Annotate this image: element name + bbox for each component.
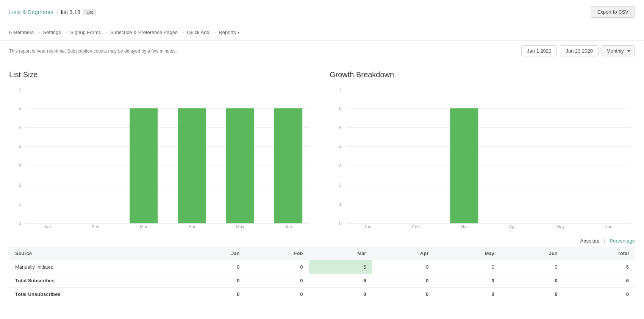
toggle-absolute[interactable]: Absolute [580,238,600,244]
svg-text:7: 7 [19,87,21,92]
cell-source: Total Subscribes [9,274,183,288]
svg-text:2: 2 [339,182,341,187]
col-may: May [435,247,500,260]
svg-text:Jun: Jun [605,224,613,229]
col-feb: Feb [245,247,309,260]
cell-feb: 0 [245,260,309,274]
cell-total: 6 [564,274,635,288]
period-select[interactable]: Monthly Weekly Daily [602,45,635,56]
svg-text:2: 2 [19,182,21,187]
cell-may: 0 [435,260,500,274]
nav-item-quick-add[interactable]: Quick Add [187,24,209,40]
breadcrumb: Lists & Segments › list 3.18 List [9,9,96,15]
col-jan: Jan [183,247,246,260]
growth-svg: 7 6 5 4 3 2 1 0 Jan Feb Mar Apr [330,85,635,229]
svg-text:Jan: Jan [364,224,371,229]
svg-text:Mar: Mar [460,224,468,229]
cell-mar: 0 [309,288,372,301]
breadcrumb-arrow: › [56,9,58,15]
page-header: Lists & Segments › list 3.18 List Export… [0,0,644,24]
svg-text:May: May [236,224,244,229]
nav-item-signup-forms[interactable]: Signup Forms [70,24,101,40]
cell-feb: 0 [245,288,309,301]
table-row-total-subscribes: Total Subscribes 0 0 6 0 0 0 6 [9,274,635,288]
table-row-total-unsubscribes: Total Unsubscribes 0 0 0 0 0 0 0 [9,288,635,301]
report-toolbar: This report is near real-time. Subscript… [0,41,644,61]
svg-text:Jun: Jun [285,224,292,229]
col-mar: Mar [309,247,372,260]
list-size-chart: List Size 7 6 5 4 3 2 1 0 [9,70,314,229]
cell-jun: 0 [500,274,564,288]
svg-text:Mar: Mar [140,224,147,229]
growth-breakdown-chart: Growth Breakdown 7 6 5 4 3 2 1 0 [330,70,635,229]
cell-total: 6 [564,260,635,274]
breadcrumb-current: list 3.18 [61,9,81,15]
cell-mar: 6 [309,260,372,274]
cell-jun: 0 [500,260,564,274]
cell-source: Total Unsubscribes [9,288,183,301]
svg-text:5: 5 [339,125,341,130]
period-wrapper: Monthly Weekly Daily [602,45,635,56]
toggle-percentage[interactable]: Percentage [610,238,635,244]
list-size-bar-mar [130,108,158,223]
table-row: Manually Initiated 0 0 6 0 0 0 6 [9,260,635,274]
col-apr: Apr [372,247,435,260]
growth-breakdown-chart-area: 7 6 5 4 3 2 1 0 Jan Feb Mar Apr [330,85,635,229]
svg-text:4: 4 [19,144,21,149]
view-toggle: Absolute | Percentage [9,238,635,244]
list-size-bar-jun [274,108,302,223]
growth-breakdown-title: Growth Breakdown [330,70,635,79]
svg-text:6: 6 [339,106,341,110]
svg-text:0: 0 [19,221,21,226]
svg-text:May: May [556,224,565,229]
svg-text:0: 0 [339,221,342,226]
svg-text:3: 3 [19,163,21,168]
growth-bar-mar [450,108,478,223]
cell-jan: 0 [183,260,246,274]
date-start-button[interactable]: Jan 1 2020 [521,45,557,56]
list-size-bar-apr [178,108,206,223]
svg-text:5: 5 [19,125,21,130]
main-nav: 6 Members - Settings - Signup Forms - Su… [0,24,644,41]
cell-apr: 0 [372,260,435,274]
svg-text:3: 3 [339,163,341,168]
table-section: Absolute | Percentage Source Jan Feb Mar… [0,238,644,310]
svg-text:Jan: Jan [44,224,51,229]
cell-jun: 0 [500,288,564,301]
list-size-chart-area: 7 6 5 4 3 2 1 0 Jan Feb Mar Apr [9,85,314,229]
report-note: This report is near real-time. Subscript… [9,48,177,54]
svg-text:Feb: Feb [412,224,420,229]
svg-text:1: 1 [19,202,21,207]
nav-item-reports[interactable]: Reports ▾ [219,24,239,40]
svg-text:Apr: Apr [509,224,516,229]
cell-jan: 0 [183,288,246,301]
col-jun: Jun [500,247,564,260]
cell-total: 0 [564,288,635,301]
cell-mar: 6 [309,274,372,288]
nav-item-members[interactable]: 6 Members [9,24,34,40]
list-size-chart-title: List Size [9,70,314,79]
list-size-svg: 7 6 5 4 3 2 1 0 Jan Feb Mar Apr [9,85,314,229]
cell-feb: 0 [245,274,309,288]
date-controls: Jan 1 2020 Jun 23 2020 Monthly Weekly Da… [521,45,635,56]
export-csv-button[interactable]: Export to CSV [591,6,635,18]
cell-source: Manually Initiated [9,260,183,274]
svg-text:6: 6 [19,106,21,110]
svg-text:Apr: Apr [188,224,195,229]
growth-table: Source Jan Feb Mar Apr May Jun Total Man… [9,247,635,301]
reports-dropdown-arrow: ▾ [238,30,239,34]
cell-jan: 0 [183,274,246,288]
cell-apr: 0 [372,288,435,301]
cell-apr: 0 [372,274,435,288]
cell-may: 0 [435,288,500,301]
list-size-bar-may [226,108,254,223]
col-total: Total [564,247,635,260]
breadcrumb-badge: List [83,9,96,15]
charts-section: List Size 7 6 5 4 3 2 1 0 [0,61,644,229]
nav-item-settings[interactable]: Settings [43,24,61,40]
breadcrumb-parent[interactable]: Lists & Segments [9,9,53,15]
date-end-button[interactable]: Jun 23 2020 [560,45,599,56]
svg-text:7: 7 [339,87,341,92]
svg-text:1: 1 [339,202,341,207]
nav-item-subscribe-preference[interactable]: Subscribe & Preference Pages [110,24,178,40]
